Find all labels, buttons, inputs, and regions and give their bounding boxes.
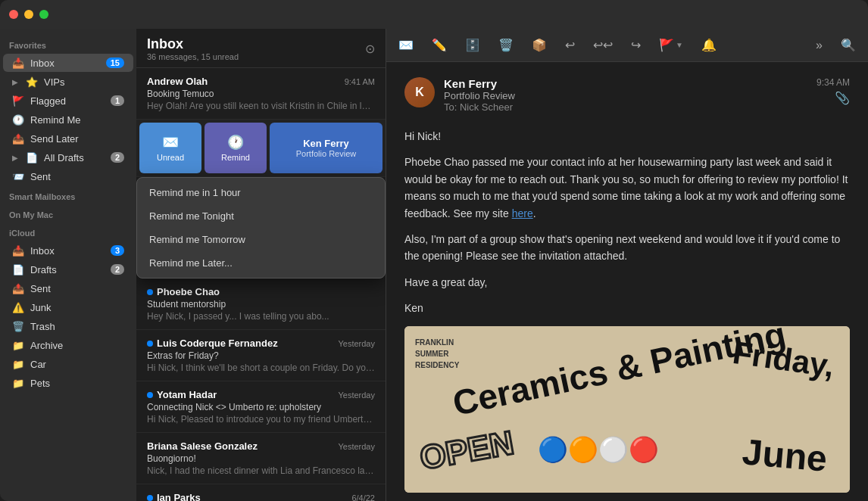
sidebar-all-drafts-label: All Drafts <box>44 152 105 163</box>
email-timestamp: 9:34 AM <box>816 77 850 88</box>
email-closing: Have a great day, <box>404 274 850 291</box>
email-subject-display: Portfolio Review <box>444 90 807 101</box>
send-later-icon: 📤 <box>12 132 24 145</box>
message-ian-sender: Ian Parks <box>147 492 201 501</box>
event-franklin-label: FRANKLINSUMMERRESIDENCY <box>415 337 459 371</box>
favorites-label: Favorites <box>0 35 136 53</box>
message-item-luis[interactable]: Luis Coderque Fernandez Yesterday Extras… <box>136 330 386 381</box>
icloud-inbox-badge: 3 <box>111 245 124 256</box>
message-luis-preview: Hi Nick, I think we'll be short a couple… <box>147 363 375 373</box>
sidebar-item-vips[interactable]: ▶ ⭐ VIPs <box>3 73 133 91</box>
sidebar-item-remind-me[interactable]: 🕐 Remind Me <box>3 110 133 129</box>
sidebar-inbox-label: Inbox <box>30 58 100 69</box>
message-item-andrew[interactable]: Andrew Olah 9:41 AM Booking Temuco Hey O… <box>136 68 386 120</box>
sidebar-item-inbox[interactable]: 📥 Inbox 15 <box>3 54 133 72</box>
titlebar <box>0 0 868 29</box>
sidebar-item-trash[interactable]: 🗑️ Trash <box>3 317 133 335</box>
move-icon[interactable]: 📦 <box>529 35 550 55</box>
filter-icon[interactable]: ⊙ <box>365 42 375 56</box>
message-andrew-time: 9:41 AM <box>345 77 375 86</box>
message-yotam-time: Yesterday <box>338 391 375 400</box>
mute-icon[interactable]: 🔔 <box>698 35 720 55</box>
sidebar-item-pets[interactable]: 📁 Pets <box>3 374 133 392</box>
message-item-yotam[interactable]: Yotam Hadar Yesterday Connecting Nick <>… <box>136 381 386 433</box>
icloud-drafts-badge: 2 <box>111 264 124 275</box>
dropdown-item-tomorrow[interactable]: Remind me Tomorrow <box>137 228 385 251</box>
message-luis-subject: Extras for Friday? <box>147 350 375 361</box>
email-header: K Ken Ferry Portfolio Review To: Nick Sc… <box>404 77 850 113</box>
sidebar-item-sent[interactable]: 📨 Sent <box>3 167 133 185</box>
yotam-unread-dot <box>147 392 153 398</box>
email-toolbar: ✉️ ✏️ 🗄️ 🗑️ 📦 ↩ ↩↩ ↪ 🚩 ▼ 🔔 » 🔍 <box>386 29 868 62</box>
phoebe-unread-dot <box>147 289 153 295</box>
sidebar-archive-label: Archive <box>30 340 124 351</box>
sidebar-item-icloud-sent[interactable]: 📤 Sent <box>3 279 133 297</box>
message-item-ian[interactable]: Ian Parks 6/4/22 Surprise party for Sofi… <box>136 484 386 501</box>
sidebar-item-flagged[interactable]: 🚩 Flagged 1 <box>3 92 133 110</box>
sidebar-item-all-drafts[interactable]: ▶ 📄 All Drafts 2 <box>3 148 133 166</box>
minimize-button[interactable] <box>24 10 33 19</box>
flag-button[interactable]: 🚩 ▼ <box>656 35 686 55</box>
forward-icon[interactable]: ↪ <box>628 35 644 55</box>
unread-action-icon: ✉️ <box>162 134 179 151</box>
sidebar-item-car[interactable]: 📁 Car <box>3 355 133 373</box>
inbox-badge: 15 <box>106 58 124 68</box>
dropdown-item-tonight[interactable]: Remind me Tonight <box>137 204 385 228</box>
message-andrew-sender: Andrew Olah <box>147 76 208 87</box>
sidebar-item-icloud-inbox[interactable]: 📥 Inbox 3 <box>3 241 133 260</box>
remind-action-label: Remind <box>221 153 250 162</box>
message-phoebe-sender: Phoebe Chao <box>147 286 220 297</box>
sidebar-remind-label: Remind Me <box>30 114 124 126</box>
email-signature-name: Ken <box>404 300 850 316</box>
message-phoebe-subject: Student mentorship <box>147 299 375 310</box>
compose-icon[interactable]: ✏️ <box>429 35 450 55</box>
reply-all-icon[interactable]: ↩↩ <box>590 35 616 55</box>
search-icon[interactable]: 🔍 <box>838 35 859 55</box>
message-yotam-preview: Hi Nick, Pleased to introduce you to my … <box>147 414 375 425</box>
car-folder-icon: 📁 <box>12 358 24 370</box>
sidebar-item-icloud-drafts[interactable]: 📄 Drafts 2 <box>3 260 133 279</box>
sidebar-item-junk[interactable]: ⚠️ Junk <box>3 298 133 316</box>
remind-dropdown: Remind me in 1 hour Remind me Tonight Re… <box>136 177 386 279</box>
new-message-icon[interactable]: ✉️ <box>395 35 417 55</box>
archive-icon[interactable]: 🗄️ <box>462 35 483 55</box>
dropdown-item-later[interactable]: Remind me Later... <box>137 251 385 275</box>
message-item-briana[interactable]: Briana Salese Gonzalez Yesterday Buongio… <box>136 433 386 484</box>
reply-icon[interactable]: ↩ <box>562 35 578 55</box>
message-briana-preview: Nick, I had the nicest dinner with Lia a… <box>147 465 375 476</box>
ken-ferry-swipe-name: Ken Ferry <box>303 138 349 149</box>
message-item-phoebe[interactable]: Phoebe Chao Student mentorship Hey Nick,… <box>136 279 386 330</box>
message-phoebe-preview: Hey Nick, I passed y... I was telling yo… <box>147 311 375 322</box>
sidebar-icloud-inbox-label: Inbox <box>30 245 105 257</box>
ken-ferry-swipe-card[interactable]: Ken Ferry Portfolio Review <box>270 123 382 173</box>
inbox-icon: 📥 <box>12 57 24 69</box>
email-body: Hi Nick! Phoebe Chao passed me your cont… <box>404 128 850 493</box>
email-greeting: Hi Nick! <box>404 128 850 145</box>
main-content: Favorites 📥 Inbox 15 ▶ ⭐ VIPs 🚩 Flagged … <box>0 29 868 501</box>
vips-expand-icon: ▶ <box>12 78 18 86</box>
sidebar-item-send-later[interactable]: 📤 Send Later <box>3 129 133 148</box>
email-link-here[interactable]: here <box>512 207 533 219</box>
message-briana-header: Briana Salese Gonzalez Yesterday <box>147 440 375 452</box>
dropdown-item-1-hour[interactable]: Remind me in 1 hour <box>137 181 385 204</box>
sidebar-car-label: Car <box>30 359 124 370</box>
maximize-button[interactable] <box>39 10 48 19</box>
close-button[interactable] <box>9 10 18 19</box>
remind-action-button[interactable]: 🕐 Remind <box>205 123 267 173</box>
flagged-icon: 🚩 <box>12 95 24 107</box>
email-to-line: To: Nick Scheer <box>444 101 807 113</box>
more-icon[interactable]: » <box>813 36 826 55</box>
flagged-badge: 1 <box>111 95 124 106</box>
message-items: Andrew Olah 9:41 AM Booking Temuco Hey O… <box>136 68 386 501</box>
unread-action-button[interactable]: ✉️ Unread <box>139 123 201 173</box>
mail-window: Favorites 📥 Inbox 15 ▶ ⭐ VIPs 🚩 Flagged … <box>0 0 868 501</box>
vips-icon: ⭐ <box>26 76 38 88</box>
message-list-title-group: Inbox 36 messages, 15 unread <box>147 36 239 61</box>
all-drafts-icon: 📄 <box>26 151 38 163</box>
sidebar-item-archive[interactable]: 📁 Archive <box>3 336 133 354</box>
delete-icon[interactable]: 🗑️ <box>495 35 517 55</box>
email-pane: ✉️ ✏️ 🗄️ 🗑️ 📦 ↩ ↩↩ ↪ 🚩 ▼ 🔔 » 🔍 <box>386 29 868 501</box>
pets-folder-icon: 📁 <box>12 377 24 389</box>
sidebar-send-later-label: Send Later <box>30 133 124 145</box>
junk-icon: ⚠️ <box>12 301 24 313</box>
